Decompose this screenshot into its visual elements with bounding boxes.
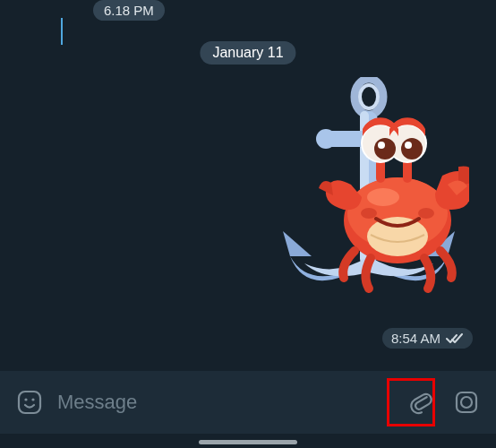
svg-point-20	[401, 138, 423, 159]
svg-point-19	[374, 138, 396, 159]
sticker-icon[interactable]	[7, 380, 52, 425]
svg-point-22	[405, 142, 412, 149]
read-receipt-icon	[446, 332, 464, 345]
message-input[interactable]	[52, 391, 309, 414]
svg-point-1	[360, 85, 378, 108]
text-cursor	[61, 18, 63, 45]
svg-point-11	[361, 208, 377, 219]
camera-icon[interactable]	[444, 380, 489, 425]
message-time-text: 8:54 AM	[391, 331, 440, 346]
svg-point-25	[31, 398, 34, 401]
crab-anchor-sticker	[236, 77, 469, 328]
sticker-message[interactable]	[236, 77, 469, 328]
message-time-badge: 8:54 AM	[382, 328, 473, 349]
prev-message-time: 6.18 PM	[93, 0, 165, 21]
svg-point-21	[378, 142, 385, 149]
home-indicator[interactable]	[199, 440, 297, 444]
message-input-bar	[0, 371, 496, 434]
svg-point-24	[24, 398, 27, 401]
svg-point-10	[367, 188, 399, 206]
svg-point-27	[461, 397, 472, 408]
paperclip-icon[interactable]	[399, 380, 444, 425]
svg-point-5	[316, 129, 336, 149]
date-divider: January 11	[200, 41, 295, 65]
svg-point-12	[418, 208, 434, 219]
svg-rect-23	[19, 392, 40, 413]
chat-area: 6.18 PM January 11	[0, 0, 496, 371]
svg-rect-26	[457, 392, 476, 412]
